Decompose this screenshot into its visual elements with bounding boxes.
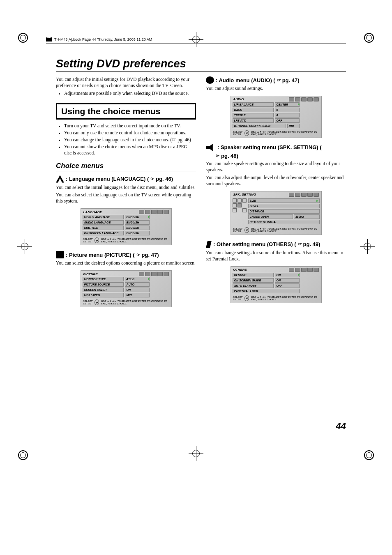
page-ref: pg. 48) [216,153,238,159]
audio-heading: : Audio menu (AUDIO) ( pg. 47) [206,76,346,84]
panel-title: SPK. SETTING [233,193,256,196]
joystick-icon: ✥ [244,295,249,301]
header-text: TH-M45[A].book Page 44 Thursday, June 5,… [54,37,152,41]
audio-panel: AUDIO L/R BALANCECENTER BASS0 TREBLE0 LF… [231,96,322,138]
panel-footer: SELECTENTER ✥ USE ▲▼◄► TO SELECT, USE EN… [81,236,171,243]
audio-title: : Audio menu (AUDIO) ( [216,77,275,83]
joystick-icon: ✥ [95,237,99,243]
panel-tabs-icon [289,193,319,197]
menu-row: L/R BALANCECENTER [233,102,320,107]
panel-tabs-icon [289,97,319,101]
language-icon [56,175,64,183]
speaker-heading: : Speaker setting menu (SPK. SETTING) ( … [206,144,346,159]
others-desc1: You can change settings for some of the … [206,250,346,262]
others-title: : Other setting menu (OTHERS) ( [213,241,296,247]
others-panel: OTHERS RESUMEON ON SCREEN GUIDEON AUTO S… [231,266,322,303]
panel-footer: SELECTENTER ✥ USE ▲▼◄► TO SELECT, USE EN… [231,129,321,136]
panel-tabs-icon [139,210,169,214]
using-bullet: Turn on your TV and select the correct i… [64,123,196,129]
panel-footer: SELECTENTER ✥ USE ▲▼◄► TO SELECT, USE EN… [231,226,321,233]
joystick-icon: ✥ [244,227,249,233]
menu-row: LFE ATT.OFF [233,118,320,123]
language-heading: : Language menu (LANGUAGE) ( pg. 46) [56,175,196,183]
registration-mark-bottom [189,446,203,461]
crop-mark-tr [363,32,375,44]
picture-panel: PICTURE MONITOR TYPE4:3LB PICTURE SOURCE… [81,270,172,307]
speaker-layout-icon [233,198,247,225]
header-rule [46,44,346,44]
panel-tabs-icon [139,272,169,276]
panel-title: AUDIO [233,97,244,101]
speaker-icon [206,144,216,151]
speaker-item: CROSS OVER 150Hz [248,214,320,219]
speaker-item: RETURN TO INITIAL [248,220,320,224]
menu-row: D. RANGE COMPRESSIONMID [233,124,320,128]
menu-row: AUDIO LANGUAGEENGLISH [83,220,170,225]
audio-desc1: You can adjust sound settings. [206,85,346,92]
panel-footer: SELECTENTER ✥ USE ▲▼◄► TO SELECT, USE EN… [231,294,321,301]
menu-row: PARENTAL LOCK [233,289,320,293]
menu-row: TREBLE0 [233,113,320,117]
menu-row: AUTO STANDBYOFF [233,283,320,288]
intro-bullets: Adjustments are possible only when selec… [56,90,196,97]
using-bullets: Turn on your TV and select the correct i… [56,123,196,156]
crop-mark-br [363,449,375,461]
registration-mark-left [17,239,32,254]
speaker-panel: SPK. SETTING SIZE LEVEL DISTANCE CROSS O… [231,191,322,235]
joystick-icon: ✥ [244,130,249,136]
page-ref: pg. 47) [136,252,159,258]
menu-row: ON SCREEN LANGUAGEENGLISH [83,231,170,235]
panel-title: LANGUAGE [83,210,102,214]
book-icon [46,37,52,41]
panel-tabs-icon [289,268,319,272]
panel-footer: SELECTENTER ✥ USE ▲▼◄► TO SELECT, USE EN… [81,298,171,305]
language-panel: LANGUAGE MENU LANGUAGEENGLISH AUDIO LANG… [81,208,172,245]
menu-row: BASS0 [233,108,320,112]
others-heading: : Other setting menu (OTHERS) ( pg. 49) [206,241,346,248]
page-ref: pg. 46) [150,176,173,182]
intro-bullet: Adjustments are possible only when selec… [64,90,196,97]
using-bullet: You can only use the remote control for … [64,130,196,136]
menu-row: RESUMEON [233,273,320,277]
using-bullet: You cannot show the choice menus when an… [64,144,196,156]
menu-row: PICTURE SOURCEAUTO [83,282,170,287]
speaker-title: : Speaker setting menu (SPK. SETTING) ( [217,144,322,150]
page-ref: pg. 49) [298,241,321,247]
speaker-item: LEVEL [248,204,320,208]
picture-desc1: You can select the desired options conce… [56,260,196,266]
panel-title: OTHERS [233,268,247,272]
speaker-desc1: You can make speaker settings according … [206,161,346,173]
menu-row: MP3 / JPEGMP3 [83,293,170,297]
speaker-desc2: You can also adjust the output level of … [206,175,346,187]
page-ref: pg. 47) [277,77,300,83]
page-title: Setting DVD preferences [56,58,346,72]
header-book-line: TH-M45[A].book Page 44 Thursday, June 5,… [46,37,346,41]
audio-icon [206,76,214,84]
using-heading: Using the choice menus [56,103,196,120]
picture-icon [56,251,64,258]
joystick-icon: ✥ [95,299,99,305]
menu-row: MENU LANGUAGEENGLISH [83,215,170,219]
registration-mark-right [360,239,375,254]
crop-mark-bl [17,449,29,461]
menu-row: SCREEN SAVERON [83,288,170,292]
speaker-item: DISTANCE [248,209,320,214]
crop-mark-tl [17,32,29,44]
choice-title: Choice menus [56,162,196,171]
intro-text: You can adjust the initial settings for … [56,76,196,89]
page-number: 44 [336,421,346,431]
menu-row: SUBTITLEENGLISH [83,226,170,230]
speaker-item: SIZE [248,198,320,203]
menu-row: MONITOR TYPE4:3LB [83,277,170,281]
using-bullet: You can change the language used in the … [64,137,196,143]
language-desc1: You can select the initial languages for… [56,184,196,191]
language-desc2: You can also select the language used on… [56,192,196,204]
panel-title: PICTURE [83,272,98,276]
language-title: : Language menu (LANGUAGE) ( [66,176,149,182]
others-icon [206,241,212,248]
menu-row: ON SCREEN GUIDEON [233,278,320,283]
picture-title: : Picture menu (PICTURE) ( [66,252,135,258]
picture-heading: : Picture menu (PICTURE) ( pg. 47) [56,251,196,258]
